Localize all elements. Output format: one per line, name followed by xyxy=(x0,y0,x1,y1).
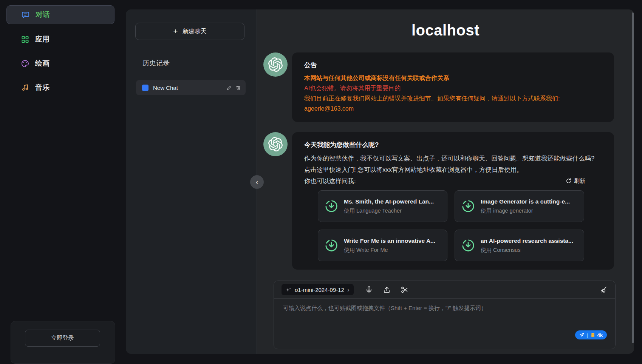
sidebar-item-label: 应用 xyxy=(35,34,50,44)
input-zone: | 4k xyxy=(274,299,615,349)
clear-context-button[interactable] xyxy=(600,286,608,294)
sidebar-item-label: 对话 xyxy=(36,10,50,20)
list-divider xyxy=(126,53,257,53)
refresh-icon xyxy=(566,178,572,184)
palette-icon xyxy=(21,59,29,68)
sidebar-item-music[interactable]: 音乐 xyxy=(6,79,114,96)
install-plugin-icon xyxy=(461,238,475,253)
composer: o1-mini-2024-09-12 › xyxy=(274,281,616,349)
chat-bubble-icon xyxy=(21,11,30,19)
welcome-body: 作为你的智慧伙伴，我不仅可以写文案、出点子，还可以和你聊天、回答问题。想知道我还… xyxy=(304,153,602,175)
microphone-button[interactable] xyxy=(365,286,373,294)
sidebar-item-drawing[interactable]: 绘画 xyxy=(6,55,114,72)
badge-divider: | xyxy=(587,332,588,338)
suggestion-card[interactable]: Image Generator is a cutting-e... 使用 ima… xyxy=(455,190,584,222)
notice-line: 我们目前正在修复我们网站上的错误并改进细节。如果您有任何疑问，请通过以下方式联系… xyxy=(304,93,602,103)
sidebar-item-apps[interactable]: 应用 xyxy=(6,31,114,48)
notice-email: ageerle@163.com xyxy=(304,103,602,114)
suggestion-card[interactable]: an AI-powered research assista... 使用 Con… xyxy=(455,230,584,261)
welcome-title: 今天我能为您做些什么呢? xyxy=(304,140,602,150)
grid-icon xyxy=(21,35,29,44)
new-chat-button[interactable]: + 新建聊天 xyxy=(135,23,244,40)
scissors-button[interactable] xyxy=(401,286,408,294)
new-chat-label: 新建聊天 xyxy=(183,28,207,35)
refresh-button[interactable]: 刷新 xyxy=(566,177,585,185)
notice-line: 本网站与任何其他公司或商标没有任何关联或合作关系 xyxy=(304,73,602,83)
chat-color-square-icon xyxy=(142,85,149,91)
page-title: localhost xyxy=(257,22,634,39)
suggestion-grid: Ms. Smith, the AI-powered Lan... 使用 Lang… xyxy=(318,190,585,261)
history-title: 历史记录 xyxy=(142,59,170,68)
chat-list-panel: + 新建聊天 历史记录 New Chat xyxy=(126,9,257,354)
install-plugin-icon xyxy=(461,199,475,213)
send-token-badge[interactable]: | 4k xyxy=(575,330,607,339)
chevron-left-icon: ‹ xyxy=(256,178,258,186)
welcome-bubble: 今天我能为您做些什么呢? 作为你的智慧伙伴，我不仅可以写文案、出点子，还可以和你… xyxy=(292,132,614,270)
openai-logo-icon xyxy=(268,57,283,72)
ask-hint: 你也可以这样问我: xyxy=(304,175,356,187)
plus-icon: + xyxy=(173,27,178,35)
login-button[interactable]: 立即登录 xyxy=(25,330,100,347)
install-plugin-icon xyxy=(324,199,339,213)
scrollbar[interactable] xyxy=(632,12,634,343)
app-window: 对话 应用 绘画 xyxy=(0,0,642,364)
composer-toolbar: o1-mini-2024-09-12 › xyxy=(274,281,615,299)
login-card: 立即登录 xyxy=(11,321,115,364)
history-item-new-chat[interactable]: New Chat xyxy=(136,80,246,95)
install-plugin-icon xyxy=(324,238,339,253)
sparkle-icon xyxy=(286,287,292,293)
sidebar-item-label: 绘画 xyxy=(35,59,50,68)
upload-image-button[interactable] xyxy=(383,286,391,294)
sidebar-item-label: 音乐 xyxy=(35,83,50,93)
chevron-right-icon: › xyxy=(347,287,350,293)
suggestion-card[interactable]: Write For Me is an innovative A... 使用 Wr… xyxy=(318,230,447,261)
assistant-avatar xyxy=(263,132,288,156)
chat-main: localhost 公告 本网站与任何其他公司或商标没有任何关联或合作关系 AI… xyxy=(257,9,634,354)
assistant-avatar xyxy=(263,52,288,77)
suggestion-card[interactable]: Ms. Smith, the AI-powered Lan... 使用 Lang… xyxy=(318,190,447,222)
model-selector[interactable]: o1-mini-2024-09-12 › xyxy=(282,284,354,295)
music-note-icon xyxy=(21,83,29,92)
content-panel: + 新建聊天 历史记录 New Chat xyxy=(126,9,634,354)
openai-logo-icon xyxy=(268,137,283,151)
delete-icon[interactable] xyxy=(235,85,241,91)
token-coin-icon xyxy=(591,333,595,338)
chat-input[interactable] xyxy=(274,299,615,333)
send-icon xyxy=(579,332,585,338)
history-item-title: New Chat xyxy=(153,85,226,91)
sidebar-item-chat[interactable]: 对话 xyxy=(6,5,114,24)
token-count: 4k xyxy=(597,332,603,338)
message-welcome: 今天我能为您做些什么呢? 作为你的智慧伙伴，我不仅可以写文案、出点子，还可以和你… xyxy=(263,132,614,270)
notice-line: AI也会犯错。请勿将其用于重要目的 xyxy=(304,83,602,93)
notice-bubble: 公告 本网站与任何其他公司或商标没有任何关联或合作关系 AI也会犯错。请勿将其用… xyxy=(292,52,614,122)
collapse-sidebar-button[interactable]: ‹ xyxy=(250,175,264,189)
edit-icon[interactable] xyxy=(226,85,232,91)
model-name: o1-mini-2024-09-12 xyxy=(295,287,344,293)
notice-title: 公告 xyxy=(304,60,602,71)
message-notice: 公告 本网站与任何其他公司或商标没有任何关联或合作关系 AI也会犯错。请勿将其用… xyxy=(263,52,614,122)
